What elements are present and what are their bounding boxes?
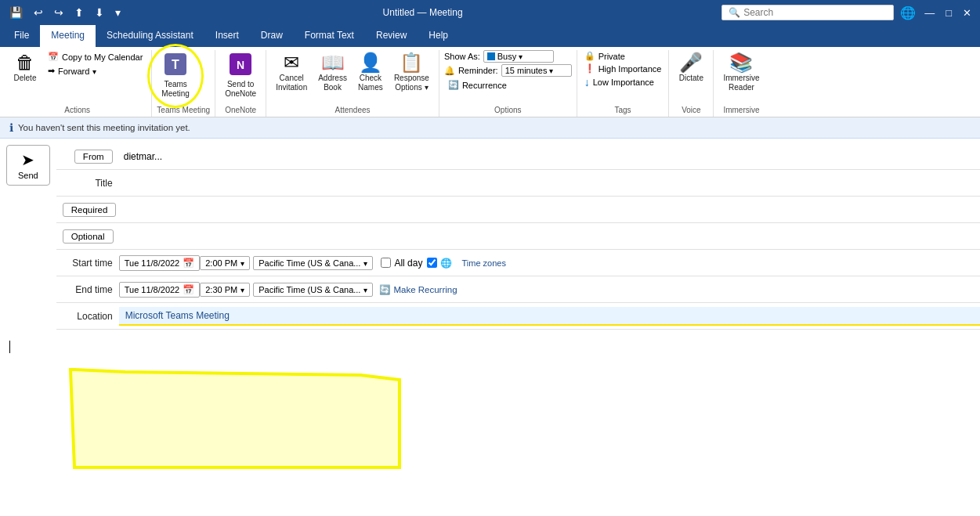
teams-icon: T <box>165 53 186 78</box>
search-box[interactable]: 🔍 <box>721 5 894 20</box>
options-group-label: Options <box>444 104 572 117</box>
tab-draw[interactable]: Draw <box>250 25 294 47</box>
reminder-value: 15 minutes <box>505 66 548 75</box>
close-icon[interactable]: ✕ <box>960 5 974 21</box>
private-button[interactable]: 🔒 Private <box>582 50 664 62</box>
immersive-reader-button[interactable]: 📚 ImmersiveReader <box>718 50 764 96</box>
tab-meeting[interactable]: Meeting <box>40 25 96 47</box>
response-options-button[interactable]: 📋 ResponseOptions <box>389 50 434 96</box>
title-input[interactable] <box>119 175 980 192</box>
customize-qat-icon[interactable]: ▾ <box>112 5 124 20</box>
tab-scheduling[interactable]: Scheduling Assistant <box>96 25 204 47</box>
from-button[interactable]: From <box>74 150 113 164</box>
optional-row: Optional <box>56 223 980 250</box>
delete-button[interactable]: 🗑 Delete <box>8 50 42 86</box>
optional-button[interactable]: Optional <box>63 229 114 244</box>
up-icon[interactable]: ⬆ <box>71 5 87 20</box>
save-icon[interactable]: 💾 <box>6 5 26 20</box>
search-icon: 🔍 <box>729 7 740 18</box>
ribbon-group-attendees: ✉ CancelInvitation 📖 AddressBook 👤 Check… <box>266 50 439 117</box>
timezones-button[interactable]: Time zones <box>461 258 505 268</box>
copy-to-calendar-label: Copy to My Calendar <box>62 52 143 62</box>
end-time-input[interactable]: 2:30 PM <box>200 283 250 297</box>
end-tz-chevron <box>363 285 367 294</box>
ribbon-group-attendees-items: ✉ CancelInvitation 📖 AddressBook 👤 Check… <box>271 50 434 104</box>
start-time-input[interactable]: 2:00 PM <box>200 256 250 270</box>
forward-chevron <box>92 67 96 76</box>
onenote-icon: N <box>230 53 251 78</box>
end-timezone-input[interactable]: Pacific Time (US & Cana... <box>253 283 373 297</box>
ribbon-group-teams-items: T TeamsMeeting <box>157 50 210 104</box>
exclamation-icon: ❗ <box>584 63 595 74</box>
ribbon-group-teams: T TeamsMeeting Teams Meeting <box>152 50 215 117</box>
end-date-input[interactable]: Tue 11/8/2022 📅 <box>119 282 201 298</box>
maximize-icon[interactable]: □ <box>943 5 954 21</box>
send-to-onenote-button[interactable]: N Send toOneNote <box>220 50 261 102</box>
response-options-label: ResponseOptions <box>394 74 429 92</box>
title-bar: 💾 ↩ ↪ ⬆ ⬇ ▾ Untitled — Meeting 🔍 🌐 — □ ✕ <box>0 0 980 25</box>
recurrence-button[interactable]: 🔄 Recurrence <box>444 78 511 92</box>
microphone-icon: 🎤 <box>679 53 703 72</box>
calendar-forward-col: 📅 Copy to My Calendar ➡ Forward <box>44 50 146 78</box>
from-input[interactable] <box>119 148 980 165</box>
tab-format-text[interactable]: Format Text <box>294 25 365 47</box>
options-col: Show As: Busy 🔔 Reminder: 15 minutes <box>444 50 572 92</box>
low-importance-button[interactable]: ↓ Low Importance <box>582 75 664 89</box>
teams-group-label: Teams Meeting <box>157 104 210 117</box>
timezones-container: 🌐 Time zones <box>427 258 505 269</box>
required-button[interactable]: Required <box>63 203 117 217</box>
required-input[interactable] <box>119 201 980 218</box>
delete-icon: 🗑 <box>16 53 34 72</box>
cancel-invitation-button[interactable]: ✉ CancelInvitation <box>271 50 312 96</box>
tags-group-label: Tags <box>582 104 664 117</box>
dictate-button[interactable]: 🎤 Dictate <box>674 50 708 86</box>
title-row: Title <box>56 170 980 197</box>
onenote-group-label: OneNote <box>220 104 261 117</box>
down-arrow-icon: ↓ <box>584 76 590 88</box>
private-label: Private <box>598 52 625 61</box>
reminder-label: Reminder: <box>458 66 498 75</box>
optional-label-cell: Optional <box>56 229 119 244</box>
start-date-input[interactable]: Tue 11/8/2022 📅 <box>119 255 201 271</box>
send-button[interactable]: ➤ Send <box>6 145 50 186</box>
globe-icon[interactable]: 🌐 <box>900 5 916 20</box>
address-book-button[interactable]: 📖 AddressBook <box>313 50 352 96</box>
high-importance-button[interactable]: ❗ High Importance <box>582 63 664 74</box>
title-label: Title <box>56 178 119 189</box>
reminder-dropdown[interactable]: 15 minutes <box>501 64 572 77</box>
location-input[interactable] <box>119 307 980 326</box>
tab-help[interactable]: Help <box>418 25 459 47</box>
search-input[interactable] <box>743 7 887 18</box>
tab-file[interactable]: File <box>3 25 40 47</box>
check-names-icon: 👤 <box>359 53 382 72</box>
allday-checkbox[interactable] <box>381 258 391 268</box>
reminder-chevron <box>549 66 553 75</box>
immersive-reader-label: ImmersiveReader <box>723 74 759 92</box>
check-names-button[interactable]: 👤 CheckNames <box>353 50 388 96</box>
forward-button[interactable]: ➡ Forward <box>44 64 146 78</box>
recurrence-row: 🔄 Recurrence <box>444 78 572 92</box>
show-as-dropdown[interactable]: Busy <box>483 50 554 63</box>
delete-label: Delete <box>14 74 37 83</box>
start-tz-value: Pacific Time (US & Cana... <box>259 258 360 268</box>
tab-review[interactable]: Review <box>365 25 418 47</box>
teams-meeting-button[interactable]: T TeamsMeeting <box>157 50 194 102</box>
check-names-label: CheckNames <box>358 74 383 92</box>
minimize-icon[interactable]: — <box>922 5 937 21</box>
body-area[interactable] <box>0 334 980 491</box>
start-time-row: Start time Tue 11/8/2022 📅 2:00 PM Pacif… <box>56 250 980 276</box>
optional-input[interactable] <box>119 228 980 245</box>
redo-icon[interactable]: ↪ <box>51 5 67 20</box>
copy-to-calendar-button[interactable]: 📅 Copy to My Calendar <box>44 50 146 63</box>
actions-group-label: Actions <box>8 104 146 117</box>
tab-insert[interactable]: Insert <box>204 25 250 47</box>
voice-group-label: Voice <box>674 104 708 117</box>
down-icon[interactable]: ⬇ <box>92 5 107 20</box>
timezones-checkbox[interactable] <box>427 258 437 268</box>
end-time-row: End time Tue 11/8/2022 📅 2:30 PM Pacific… <box>56 276 980 303</box>
start-timezone-input[interactable]: Pacific Time (US & Cana... <box>253 256 373 270</box>
undo-icon[interactable]: ↩ <box>31 5 46 20</box>
make-recurring-button[interactable]: 🔄 Make Recurring <box>379 284 457 295</box>
tags-col: 🔒 Private ❗ High Importance ↓ Low Import… <box>582 50 664 89</box>
yellow-annotation <box>0 334 980 491</box>
